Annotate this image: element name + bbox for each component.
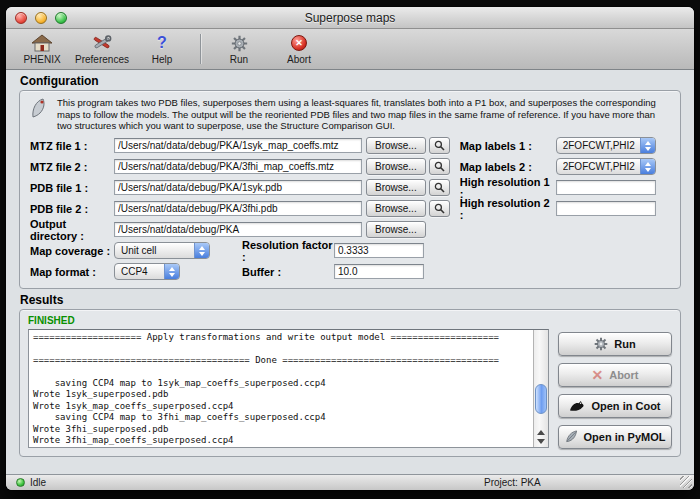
map-coverage-select[interactable]: Unit cell	[114, 242, 210, 259]
magnifier-icon	[434, 161, 445, 172]
program-icon	[30, 97, 48, 123]
close-button[interactable]	[15, 12, 27, 24]
open-in-coot-button[interactable]: Open in Coot	[558, 394, 672, 418]
action-panel: Run ✕ Abort Open in Coot	[558, 329, 672, 449]
popup-arrows-icon	[640, 159, 655, 174]
resize-grip[interactable]	[680, 476, 692, 488]
pdb-file-2-view-button[interactable]	[429, 200, 450, 217]
coot-bird-icon	[569, 400, 585, 412]
map-labels-1-select[interactable]: 2FOFCWT,PHI2FOF...	[556, 137, 656, 154]
console-text: ==================== Apply transformatio…	[29, 330, 548, 448]
pdb-file-2-label: PDB file 2 :	[30, 203, 114, 215]
popup-arrows-icon	[164, 264, 179, 279]
open-in-pymol-label: Open in PyMOL	[584, 431, 666, 443]
mtz-file-2-input[interactable]	[114, 159, 362, 174]
mtz-file-1-label: MTZ file 1 :	[30, 140, 114, 152]
map-coverage-label: Map coverage :	[30, 245, 114, 257]
gear-icon	[594, 337, 608, 351]
high-resolution-1-input[interactable]	[556, 180, 656, 195]
pdb-file-2-browse-button[interactable]: Browse...	[366, 200, 426, 217]
run-button-label: Run	[614, 338, 635, 350]
output-directory-label: Output directory :	[30, 218, 114, 242]
pdb-file-1-view-button[interactable]	[429, 179, 450, 196]
pdb-file-2-input[interactable]	[114, 201, 362, 216]
project-label: Project: PKA	[484, 477, 541, 488]
toolbar-item-phenix[interactable]: PHENIX	[14, 31, 70, 68]
help-icon: ?	[157, 33, 167, 53]
map-labels-2-select[interactable]: 2FOFCWT,PHI2FOF...	[556, 158, 656, 175]
magnifier-icon	[434, 140, 445, 151]
scrollbar-thumb[interactable]	[535, 384, 547, 414]
window-controls	[15, 12, 67, 24]
magnifier-icon	[434, 182, 445, 193]
output-directory-browse-button[interactable]: Browse...	[366, 221, 426, 238]
resolution-factor-label: Resolution factor :	[242, 239, 334, 263]
abort-icon: ✕	[291, 33, 307, 53]
status-indicator-icon	[16, 478, 25, 487]
toolbar-item-label: PHENIX	[23, 54, 60, 65]
toolbar-item-run[interactable]: Run	[211, 31, 267, 68]
buffer-input[interactable]	[334, 264, 424, 279]
pdb-file-1-browse-button[interactable]: Browse...	[366, 179, 426, 196]
status-bar: Idle Project: PKA	[6, 474, 694, 490]
toolbar-item-label: Abort	[287, 54, 311, 65]
popup-arrows-icon	[194, 243, 209, 258]
pymol-feather-icon	[565, 430, 578, 443]
open-in-coot-label: Open in Coot	[591, 400, 660, 412]
scroll-down-arrow-icon[interactable]	[537, 439, 545, 444]
map-format-label: Map format :	[30, 266, 114, 278]
mtz-file-2-row: MTZ file 2 : Browse... Map labels 2 : 2F…	[30, 158, 670, 176]
output-directory-input[interactable]	[114, 222, 362, 237]
mtz-file-2-view-button[interactable]	[429, 158, 450, 175]
pdb-file-1-row: PDB file 1 : Browse... High resolution 1…	[30, 179, 670, 197]
mtz-file-2-browse-button[interactable]: Browse...	[366, 158, 426, 175]
pdb-file-1-label: PDB file 1 :	[30, 182, 114, 194]
mtz-file-1-browse-button[interactable]: Browse...	[366, 137, 426, 154]
gear-icon	[231, 33, 248, 53]
magnifier-icon	[434, 203, 445, 214]
minimize-button[interactable]	[35, 12, 47, 24]
toolbar-item-abort[interactable]: ✕ Abort	[271, 31, 327, 68]
map-labels-2-label: Map labels 2 :	[460, 161, 556, 173]
mtz-file-1-row: MTZ file 1 : Browse... Map labels 1 : 2F…	[30, 137, 670, 155]
console-scrollbar[interactable]	[533, 330, 548, 447]
map-format-row: Map format : CCP4 Buffer :	[30, 263, 670, 281]
description-text: This program takes two PDB files, superp…	[57, 97, 657, 132]
open-in-pymol-button[interactable]: Open in PyMOL	[558, 425, 672, 449]
results-groupbox: FINISHED ==================== Apply tran…	[19, 309, 681, 457]
abort-button-label: Abort	[609, 369, 638, 381]
pdb-file-1-input[interactable]	[114, 180, 362, 195]
mtz-file-1-input[interactable]	[114, 138, 362, 153]
abort-x-icon: ✕	[591, 368, 603, 382]
toolbar-item-help[interactable]: ? Help	[134, 31, 190, 68]
abort-button[interactable]: ✕ Abort	[558, 363, 672, 387]
toolbar-item-label: Help	[152, 54, 173, 65]
high-resolution-2-input[interactable]	[556, 201, 656, 216]
mtz-file-1-view-button[interactable]	[429, 137, 450, 154]
console-output[interactable]: ==================== Apply transformatio…	[28, 329, 549, 448]
toolbar-item-label: Preferences	[75, 54, 129, 65]
toolbar-item-label: Run	[230, 54, 248, 65]
title-bar[interactable]: Superpose maps	[6, 7, 694, 29]
toolbar-item-preferences[interactable]: Preferences	[74, 31, 130, 68]
status-finished: FINISHED	[28, 315, 672, 326]
zoom-button[interactable]	[55, 12, 67, 24]
scroll-up-arrow-icon[interactable]	[537, 430, 545, 435]
map-format-select[interactable]: CCP4	[114, 263, 180, 280]
map-labels-1-label: Map labels 1 :	[460, 140, 556, 152]
toolbar: PHENIX Preferences ? Help	[6, 29, 694, 70]
configuration-groupbox: This program takes two PDB files, superp…	[19, 90, 681, 289]
map-coverage-row: Map coverage : Unit cell Resolution fact…	[30, 242, 670, 260]
phenix-home-icon	[31, 33, 53, 53]
buffer-label: Buffer :	[242, 266, 334, 278]
tools-icon	[92, 33, 112, 53]
window-title: Superpose maps	[305, 11, 396, 25]
program-description: This program takes two PDB files, superp…	[30, 97, 670, 132]
run-button[interactable]: Run	[558, 332, 672, 356]
output-directory-row: Output directory : Browse...	[30, 221, 670, 239]
resolution-factor-input[interactable]	[334, 243, 424, 258]
superpose-maps-window: Superpose maps PHENIX Preferences	[6, 7, 694, 490]
status-text: Idle	[30, 477, 46, 488]
toolbar-separator	[200, 34, 201, 64]
mtz-file-2-label: MTZ file 2 :	[30, 161, 114, 173]
